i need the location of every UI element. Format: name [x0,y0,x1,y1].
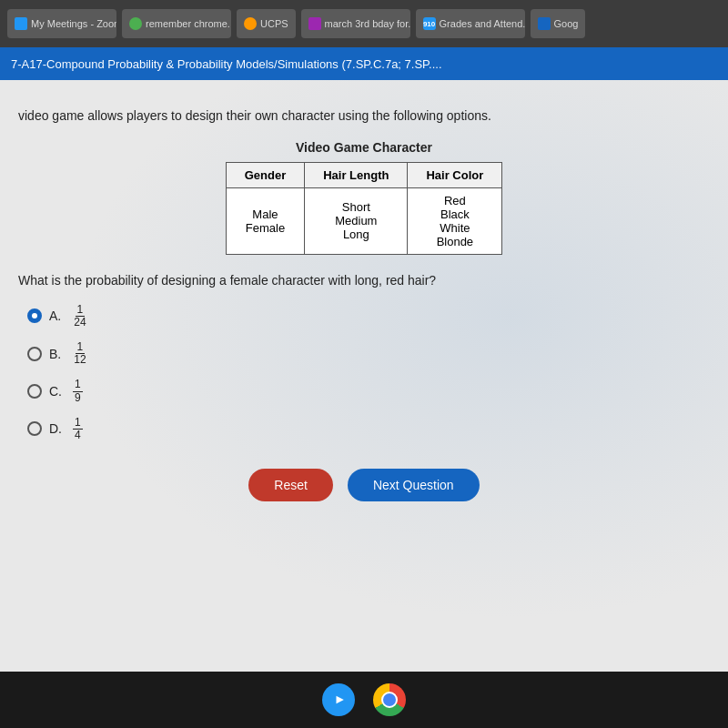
address-bar[interactable]: 7-A17-Compound Probability & Probability… [0,47,728,80]
tab-ucps[interactable]: UCPS [237,9,296,38]
main-content: video game allows players to design thei… [0,80,728,672]
march-tab-icon [308,17,321,30]
answer-label-a: A. [49,308,61,323]
zoom-tab-icon [15,17,27,30]
remember-tab-icon [129,17,142,30]
denominator-d: 4 [73,430,83,441]
tab-google-label: Goog [554,18,579,29]
radio-a[interactable] [27,308,42,323]
next-question-button[interactable]: Next Question [348,469,480,501]
fraction-d: 1 4 [73,417,83,441]
answer-item-c[interactable]: C. 1 9 [27,379,710,403]
denominator-a: 24 [72,317,87,329]
col-header-gender: Gender [226,162,305,187]
taskbar-chrome-icon[interactable] [373,683,406,716]
tab-grades[interactable]: 910 Grades and Attend... [416,9,525,38]
fraction-c: 1 9 [73,379,83,403]
google-tab-icon [538,17,551,30]
tab-google[interactable]: Goog [531,9,586,38]
col-header-hair-color: Hair Color [408,162,502,187]
denominator-c: 9 [73,392,83,404]
tab-zoom[interactable]: My Meetings - Zoom [7,9,116,38]
tab-remember[interactable]: remember chrome... [122,9,231,38]
tab-zoom-label: My Meetings - Zoom [31,18,116,29]
cell-hair-length: ShortMediumLong [305,187,408,254]
numerator-c: 1 [73,379,83,391]
denominator-b: 12 [72,354,87,366]
numerator-a: 1 [76,304,86,317]
fraction-a: 1 24 [72,304,87,329]
question-text: What is the probability of designing a f… [18,273,710,288]
table-row: MaleFemale ShortMediumLong RedBlackWhite… [226,187,502,254]
cell-gender: MaleFemale [226,187,305,254]
tab-march-label: march 3rd bday for... [325,18,410,29]
browser-toolbar: My Meetings - Zoom remember chrome... UC… [0,0,728,47]
answers-list: A. 1 24 B. 1 12 C. 1 9 D. [27,304,710,442]
col-header-hair-length: Hair Length [305,162,408,187]
tab-ucps-label: UCPS [260,18,288,29]
tab-remember-label: remember chrome... [146,18,231,29]
radio-b[interactable] [27,347,42,361]
fraction-b: 1 12 [72,341,87,366]
buttons-row: Reset Next Question [18,469,710,501]
taskbar [0,672,728,728]
answer-item-b[interactable]: B. 1 12 [27,341,710,366]
numerator-d: 1 [73,417,83,430]
answer-item-a[interactable]: A. 1 24 [27,304,710,329]
cell-hair-color: RedBlackWhiteBlonde [408,187,502,254]
answer-item-d[interactable]: D. 1 4 [27,417,710,441]
ucps-tab-icon [244,17,257,30]
answer-label-d: D. [49,421,62,436]
grades-tab-icon: 910 [423,17,436,30]
numerator-b: 1 [76,341,86,354]
table-title: Video Game Character [18,140,710,155]
address-bar-text: 7-A17-Compound Probability & Probability… [11,57,442,71]
reset-button[interactable]: Reset [248,469,333,501]
tab-grades-label: Grades and Attend... [440,18,525,29]
answer-label-c: C. [49,384,62,399]
answer-label-b: B. [49,347,61,361]
radio-d[interactable] [27,421,42,436]
question-intro: video game allows players to design thei… [18,107,710,126]
tab-march[interactable]: march 3rd bday for... [301,9,410,38]
radio-c[interactable] [27,384,42,399]
character-table: Gender Hair Length Hair Color MaleFemale… [226,162,503,255]
taskbar-zoom-icon[interactable] [322,683,355,716]
